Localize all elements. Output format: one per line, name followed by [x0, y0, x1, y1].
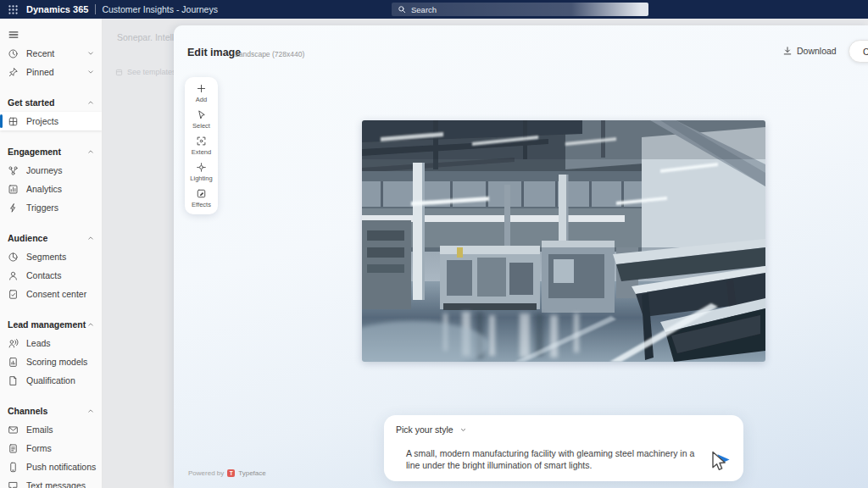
screen: { "topbar": { "brand": "Dynamics 365", "… [0, 0, 868, 488]
typeface-logo-icon: T [227, 469, 235, 477]
sidebar-section-engagement[interactable]: Engagement [0, 142, 102, 161]
lighting-icon [196, 162, 207, 173]
clock-icon [8, 48, 19, 59]
chevron-up-icon [86, 98, 95, 107]
sidebar-item-journeys[interactable]: Journeys [0, 161, 102, 180]
journeys-icon [8, 165, 19, 176]
app-launcher-icon[interactable] [8, 4, 19, 15]
chevron-up-icon[interactable] [86, 98, 95, 107]
consent-icon [8, 289, 19, 300]
search-placeholder: Search [411, 5, 437, 14]
top-bar: Dynamics 365 Customer Insights - Journey… [0, 0, 868, 19]
sidebar-section-get-started[interactable]: Get started [0, 93, 102, 112]
sidebar-item-forms[interactable]: Forms [0, 439, 102, 458]
chevron-up-icon [86, 234, 95, 242]
chevron-down-icon [459, 426, 467, 434]
sidebar-menu: Recent Pinned Get started Projects Engag… [0, 44, 102, 488]
sidebar-item-contacts[interactable]: Contacts [0, 266, 102, 285]
sidebar-item-consent-center[interactable]: Consent center [0, 285, 102, 303]
chevron-up-icon[interactable] [86, 147, 95, 156]
tool-lighting[interactable]: Lighting [185, 162, 218, 182]
qualification-icon [8, 375, 19, 386]
chevron-up-icon [86, 147, 95, 156]
chevron-up-icon[interactable] [86, 320, 95, 329]
send-button[interactable] [716, 452, 731, 467]
sidebar-item-recent[interactable]: Recent [0, 44, 102, 63]
tool-extend[interactable]: Extend [185, 136, 218, 156]
style-picker-label: Pick your style [396, 424, 453, 435]
background-templates-link: See templates [115, 68, 176, 76]
chevron-down-icon[interactable] [86, 49, 95, 58]
app-name[interactable]: Customer Insights - Journeys [102, 4, 218, 14]
sidebar-item-push-notifications[interactable]: Push notifications [0, 458, 102, 476]
sidebar-item-leads[interactable]: Leads [0, 334, 102, 352]
tool-select[interactable]: Select [185, 109, 218, 130]
sidebar-section-audience[interactable]: Audience [0, 229, 102, 247]
pin-icon [8, 67, 19, 78]
forms-icon [8, 443, 19, 454]
extend-icon [196, 136, 207, 147]
select-icon [196, 109, 207, 120]
chevron-up-icon [86, 320, 95, 329]
effects-icon [196, 188, 207, 199]
canvas-image[interactable] [362, 120, 765, 362]
chevron-up-icon [86, 407, 95, 415]
segments-icon [8, 252, 19, 263]
search-icon [398, 5, 406, 14]
chevron-down-icon [86, 49, 95, 58]
tool-add[interactable]: Add [185, 83, 218, 103]
leads-icon [8, 338, 19, 349]
push-icon [8, 462, 19, 473]
sidebar-item-projects[interactable]: Projects [0, 112, 102, 130]
sidebar-item-segments[interactable]: Segments [0, 247, 102, 266]
sidebar-section-channels[interactable]: Channels [0, 402, 102, 420]
prompt-card: Pick your style A small, modern manufact… [384, 415, 743, 481]
sidebar-item-pinned[interactable]: Pinned [0, 63, 102, 81]
powered-by-text: Powered by [188, 469, 224, 477]
sidebar-item-analytics[interactable]: Analytics [0, 180, 102, 198]
sidebar-item-emails[interactable]: Emails [0, 420, 102, 439]
chevron-down-icon [86, 68, 95, 76]
contacts-icon [8, 270, 19, 281]
search-input[interactable]: Search [392, 3, 648, 16]
analytics-icon [8, 184, 19, 195]
brand-title[interactable]: Dynamics 365 [26, 4, 88, 14]
cancel-button[interactable]: Cancel [849, 40, 868, 63]
prompt-input[interactable]: A small, modern manufacturing facility w… [406, 447, 698, 472]
chevron-down-icon[interactable] [86, 68, 95, 76]
add-icon [196, 83, 207, 94]
hamburger-menu-icon[interactable] [8, 29, 19, 41]
text-icon [8, 480, 19, 488]
powered-by-attribution: Powered by T Typeface [188, 469, 266, 477]
sidebar-section-lead-management[interactable]: Lead management [0, 315, 102, 334]
sidebar-item-triggers[interactable]: Triggers [0, 198, 102, 217]
sidebar-item-qualification[interactable]: Qualification [0, 371, 102, 390]
typeface-brand-text: Typeface [238, 469, 265, 477]
factory-photo-illustration [362, 120, 765, 362]
download-icon [782, 46, 793, 56]
triggers-icon [8, 202, 19, 214]
editor-title: Edit image [187, 47, 241, 58]
sidebar-item-scoring-models[interactable]: Scoring models [0, 352, 102, 371]
chevron-up-icon[interactable] [86, 234, 95, 242]
download-button[interactable]: Download [782, 46, 837, 56]
topbar-divider [95, 4, 96, 14]
chevron-up-icon[interactable] [86, 407, 95, 415]
image-editor-panel: Edit image Landscape (728x440) Download … [174, 25, 868, 488]
sidebar-item-text-messages[interactable]: Text messages [0, 476, 102, 488]
scoring-icon [8, 357, 19, 368]
image-size-badge: Landscape (728x440) [235, 50, 304, 58]
emails-icon [8, 424, 19, 435]
projects-icon [8, 116, 19, 127]
sidebar-nav: Recent Pinned Get started Projects Engag… [0, 19, 103, 488]
background-project-title: Sonepar. Intelli [117, 32, 175, 42]
tool-effects[interactable]: Effects [185, 188, 218, 208]
templates-icon [115, 69, 123, 76]
edit-toolbar: Add Select Extend Lighting Effects [185, 77, 218, 214]
style-picker-dropdown[interactable]: Pick your style [396, 424, 467, 435]
